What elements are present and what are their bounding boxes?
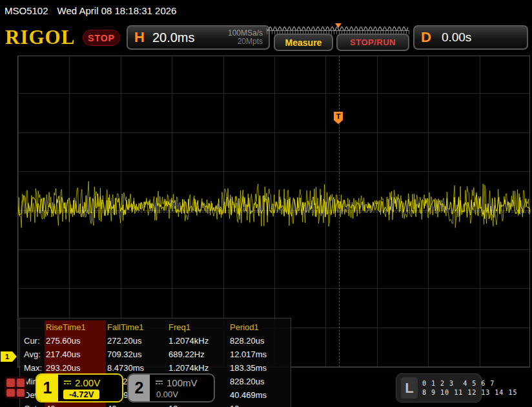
waveform-memory-bar[interactable] — [267, 23, 409, 34]
delay-value: 0.00s — [442, 30, 471, 45]
digital-channels-0-7: 0 1 2 3 4 5 6 7 — [422, 379, 517, 388]
horizontal-label: H — [134, 29, 145, 46]
datetime: Wed April 08 18:18:31 2026 — [57, 5, 177, 16]
meas-header-risetime[interactable]: RiseTime1 — [45, 320, 106, 334]
meas-value: 19 — [229, 402, 287, 407]
meas-value: 709.32us — [106, 348, 167, 361]
meas-row-max: Max: 293.20us 8.4730ms 1.2074kHz 183.35m… — [23, 361, 291, 375]
memory-depth: 20Mpts — [228, 37, 263, 46]
menu-grid-icon — [6, 379, 15, 387]
status-bar: MSO5102 Wed April 08 18:18:31 2026 — [0, 0, 532, 21]
run-state-badge: STOP — [83, 30, 120, 46]
timebase-value: 20.0ms — [152, 30, 195, 45]
waveform-display: T 1 RiseTime1 FallTime1 Freq1 Period1 Cu… — [0, 55, 532, 368]
channel2-badge[interactable]: 2 100mV 0.00V — [127, 373, 215, 402]
channel1-number: 1 — [37, 375, 58, 401]
meas-header-falltime[interactable]: FallTime1 — [106, 320, 167, 334]
dc-coupling-icon — [155, 379, 163, 386]
logic-label: L — [401, 377, 418, 399]
meas-value: 183.35ms — [229, 361, 287, 375]
meas-value: 1.2074kHz — [167, 361, 229, 375]
stop-run-button[interactable]: STOP/RUN — [336, 34, 409, 51]
meas-value: 217.40us — [45, 348, 106, 361]
meas-row-cnt: Cnt: 40 40 19 19 — [23, 402, 291, 407]
meas-row-label: Avg: — [23, 348, 45, 361]
meas-row-cur: Cur: 275.60us 272.20us 1.2074kHz 828.20u… — [23, 334, 291, 348]
main-menu-button[interactable] — [5, 377, 26, 399]
horizontal-panel[interactable]: H 20.0ms 100MSa/s 20Mpts — [127, 25, 270, 50]
meas-value: 293.20us — [45, 361, 106, 375]
meas-row-label: Cnt: — [23, 402, 45, 407]
trigger-position-marker[interactable]: T — [334, 112, 343, 120]
channel2-scale: 100mV — [167, 377, 198, 388]
measurement-header-row: RiseTime1 FallTime1 Freq1 Period1 — [23, 320, 291, 334]
meas-value: 828.20us — [229, 334, 287, 348]
menu-grid-icon — [6, 389, 15, 397]
measure-button[interactable]: Measure — [274, 34, 333, 51]
menu-grid-icon — [17, 389, 25, 397]
menu-grid-icon — [17, 379, 25, 387]
meas-value: 19 — [167, 402, 229, 407]
channel2-number: 2 — [128, 375, 150, 401]
meas-value: 272.20us — [106, 334, 167, 348]
meas-value: 1.2074kHz — [167, 334, 229, 348]
meas-value: 275.60us — [45, 334, 106, 348]
meas-value: 40.469ms — [229, 388, 287, 402]
meas-header-period[interactable]: Period1 — [229, 320, 287, 334]
delay-panel[interactable]: D 0.00s — [413, 25, 528, 50]
meas-value: 12.017ms — [229, 348, 287, 361]
meas-row-label: Cur: — [23, 334, 45, 348]
meas-value: 40 — [106, 402, 167, 407]
memory-trigger-marker-icon[interactable] — [335, 23, 342, 28]
model-name: MSO5102 — [5, 5, 48, 16]
dc-coupling-icon — [63, 379, 72, 386]
rigol-logo: RIGOL — [5, 26, 75, 49]
meas-value: 828.20us — [229, 375, 287, 388]
digital-channels-badge[interactable]: L 0 1 2 3 4 5 6 7 8 9 10 11 12 13 14 15 — [396, 373, 482, 402]
digital-channels-8-15: 8 9 10 11 12 13 14 15 — [422, 388, 517, 397]
channel1-badge[interactable]: 1 2.00V -4.72V — [36, 373, 123, 402]
meas-header-freq[interactable]: Freq1 — [167, 320, 229, 334]
channel1-offset[interactable]: -4.72V — [63, 390, 99, 399]
delay-label: D — [421, 29, 431, 46]
oscilloscope-screen: MSO5102 Wed April 08 18:18:31 2026 RIGOL… — [0, 0, 532, 407]
meas-row-avg: Avg: 217.40us 709.32us 689.22Hz 12.017ms — [23, 348, 291, 361]
channel1-level-marker[interactable]: 1 — [1, 351, 17, 362]
meas-value: 689.22Hz — [167, 348, 229, 361]
channel1-scale: 2.00V — [75, 377, 100, 388]
meas-value: 40 — [45, 402, 106, 407]
meas-value: 8.4730ms — [106, 361, 167, 375]
meas-corner — [23, 320, 45, 334]
meas-row-label: Max: — [23, 361, 45, 375]
channel2-offset: 0.00V — [155, 390, 214, 399]
